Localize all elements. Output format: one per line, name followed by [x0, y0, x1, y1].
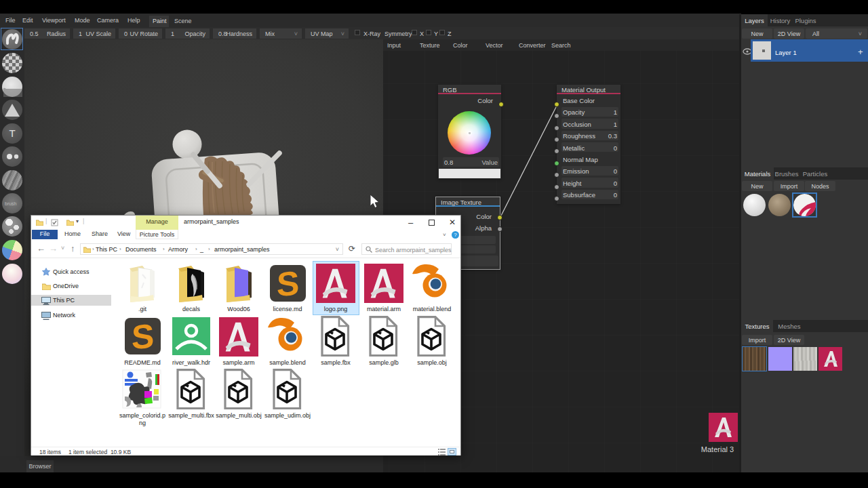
svg-text:brush: brush [5, 201, 17, 206]
